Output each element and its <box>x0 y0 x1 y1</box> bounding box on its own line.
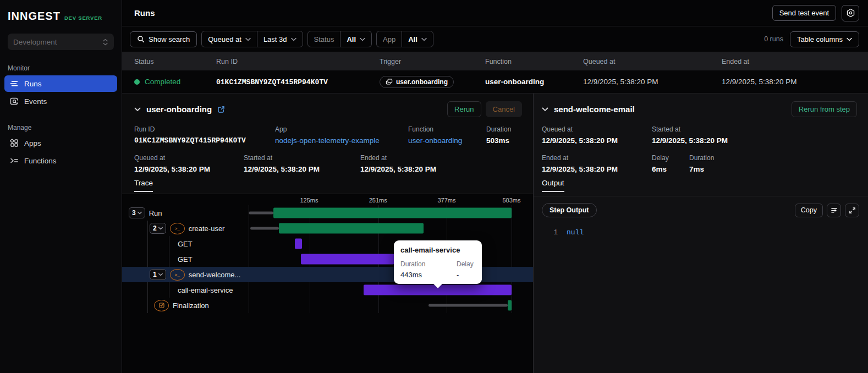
field-label: Queued at <box>134 154 210 162</box>
main: Runs Send test event Show search Queued … <box>122 0 868 373</box>
sidebar-item-apps[interactable]: Apps <box>4 135 117 151</box>
time-range-value: Last 3d <box>263 35 287 43</box>
time-range-dropdown[interactable]: Last 3d <box>257 31 303 47</box>
rerun-button[interactable]: Rerun <box>447 101 481 117</box>
show-search-label: Show search <box>149 35 190 43</box>
finalization-icon <box>154 300 169 311</box>
trace-row-label: GET <box>122 251 249 267</box>
step-run-icon: >_ <box>170 269 185 281</box>
topbar: Runs Send test event <box>122 0 868 26</box>
copy-button[interactable]: Copy <box>795 204 823 217</box>
trace-tick-label: 251ms <box>369 197 387 204</box>
status-dot-completed <box>134 79 140 85</box>
logo-row: INNGEST DEV SERVER <box>0 0 122 28</box>
status-filter-value: All <box>347 35 356 43</box>
external-link-icon[interactable] <box>217 106 225 113</box>
collapse-chevron-icon[interactable] <box>134 107 141 112</box>
word-wrap-button[interactable] <box>827 204 841 217</box>
app-filter-label: App <box>377 31 402 47</box>
sidebar-item-runs[interactable]: Runs <box>4 75 117 92</box>
table-columns-button[interactable]: Table columns <box>790 31 859 47</box>
trace-row-run[interactable]: 3Run <box>122 205 512 221</box>
ended-at-value: 12/9/2025, 5:38:20 PM <box>722 78 868 86</box>
time-field-dropdown[interactable]: Queued at <box>202 31 257 47</box>
trace-bar-queue[interactable] <box>249 212 273 215</box>
field-run-id: Run ID 01KC1ZMSBNY9ZQT415RP94K0TV <box>134 125 246 145</box>
trace-bar-queue[interactable] <box>250 227 279 230</box>
function-link[interactable]: user-onboarding <box>408 136 462 145</box>
field-value: 12/9/2025, 5:38:20 PM <box>244 165 320 173</box>
tab-trace[interactable]: Trace <box>134 179 153 192</box>
trace-row-create-user[interactable]: 2>_create-user <box>122 221 512 236</box>
app-link[interactable]: nodejs-open-telemetry-example <box>275 136 380 145</box>
field-value: 6ms <box>652 165 669 173</box>
field-label: Function <box>408 125 462 133</box>
output-code[interactable]: 1 null <box>534 228 584 237</box>
section-label-manage: Manage <box>8 124 114 131</box>
tooltip-duration-value: 443ms <box>400 271 457 279</box>
span-count-badge[interactable]: 1 <box>150 269 166 280</box>
app-filter-dropdown[interactable]: All <box>402 31 433 47</box>
workspace-select[interactable]: Development <box>8 34 114 50</box>
field-function: Function user-onboarding <box>408 125 462 145</box>
field-label: Ended at <box>360 154 436 162</box>
step-output-label: Step Output <box>550 206 589 214</box>
collapse-chevron-icon[interactable] <box>542 107 548 112</box>
status-label-text: Status <box>314 35 334 43</box>
chevron-down-icon <box>158 227 163 230</box>
trace-tick-label: 125ms <box>300 197 318 204</box>
trace-row-call-email-service[interactable]: call-email-service <box>122 282 512 298</box>
trace-tooltip: call-email-service Duration 443ms Delay … <box>394 240 482 284</box>
word-wrap-icon <box>831 207 838 214</box>
trace-bar-purple[interactable] <box>295 239 302 249</box>
table-row[interactable]: Completed 01KC1ZMSBNY9ZQT415RP94K0TV use… <box>122 70 868 94</box>
trace-row-finalization[interactable]: Finalization <box>122 298 512 313</box>
trace-bar-green[interactable] <box>508 300 512 311</box>
run-id-value: 01KC1ZMSBNY9ZQT415RP94K0TV <box>216 78 328 86</box>
col-run-id: Run ID <box>216 58 380 65</box>
table-header: Status Run ID Trigger Function Queued at… <box>122 52 868 70</box>
trace-bar-queue[interactable] <box>428 304 508 307</box>
step-output-pill[interactable]: Step Output <box>542 203 597 217</box>
status-filter-dropdown[interactable]: All <box>340 31 371 47</box>
trace-row-bars <box>249 205 512 221</box>
gear-icon <box>846 8 855 18</box>
cancel-button[interactable]: Cancel <box>486 101 522 117</box>
span-count-badge[interactable]: 3 <box>129 207 145 218</box>
col-function: Function <box>485 58 583 65</box>
trigger-pill[interactable]: user.onboarding <box>380 76 454 88</box>
rerun-from-step-button[interactable]: Rerun from step <box>792 101 857 117</box>
field-started-at: Started at 12/9/2025, 5:38:20 PM <box>244 154 320 173</box>
send-test-event-button[interactable]: Send test event <box>772 5 836 21</box>
expand-icon <box>849 207 856 214</box>
field-label: Duration <box>689 154 714 162</box>
tooltip-title: call-email-service <box>400 246 475 254</box>
field-label: Queued at <box>542 125 618 133</box>
step-title: send-welcome-email <box>554 105 635 114</box>
trace-bar-purple[interactable] <box>301 254 394 265</box>
trace-bar-green[interactable] <box>279 223 424 234</box>
trace-span-name: Run <box>149 209 162 217</box>
show-search-button[interactable]: Show search <box>130 31 197 47</box>
field-ended-at: Ended at 12/9/2025, 5:38:20 PM <box>360 154 436 173</box>
field-value: 12/9/2025, 5:38:20 PM <box>542 165 618 173</box>
expand-button[interactable] <box>845 204 859 217</box>
trace-bar-green[interactable] <box>273 208 512 218</box>
sidebar-item-events[interactable]: Events <box>4 93 117 109</box>
settings-button[interactable] <box>842 5 859 21</box>
col-ended-at: Ended at <box>722 58 868 65</box>
trigger-name: user.onboarding <box>396 78 448 86</box>
trace-ticks: 125ms251ms377ms503ms <box>249 194 512 205</box>
field-duration: Duration 503ms <box>486 125 511 145</box>
app-filter-group: App All <box>376 31 433 47</box>
tab-output[interactable]: Output <box>542 179 564 192</box>
span-count-badge[interactable]: 2 <box>150 223 166 234</box>
status-filter-label: Status <box>308 31 340 47</box>
updown-chevron-icon <box>102 39 108 46</box>
sidebar-item-functions[interactable]: Functions <box>4 152 117 169</box>
run-status: Completed <box>122 78 216 86</box>
tooltip-delay-label: Delay <box>457 260 474 268</box>
runs-icon <box>10 79 19 88</box>
col-status: Status <box>122 58 216 65</box>
field-value: 01KC1ZMSBNY9ZQT415RP94K0TV <box>134 136 246 145</box>
